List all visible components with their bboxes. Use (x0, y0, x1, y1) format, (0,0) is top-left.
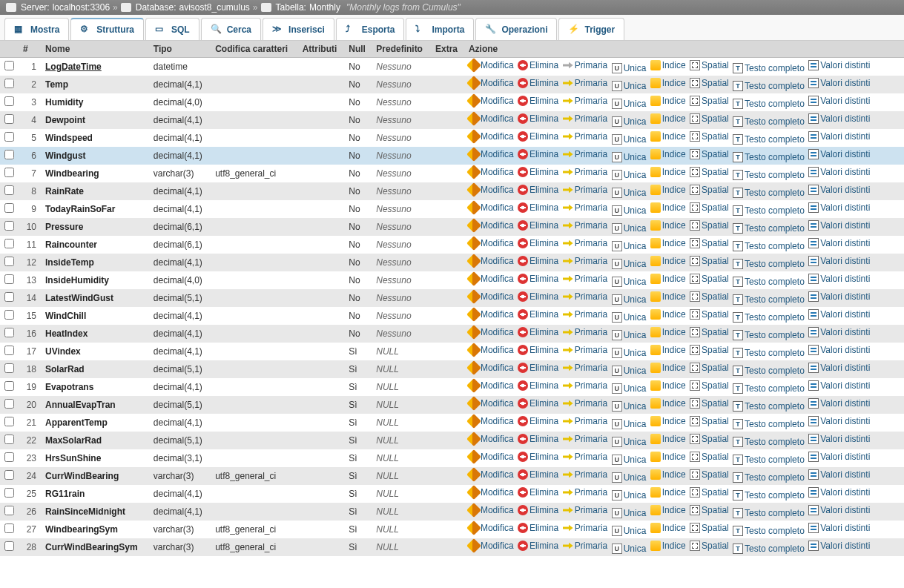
edit-action[interactable]: Modifica (469, 327, 514, 337)
spatial-action[interactable]: Spatial (690, 291, 729, 302)
primary-action[interactable]: Primaria (563, 523, 608, 533)
primary-action[interactable]: Primaria (563, 60, 608, 70)
edit-action[interactable]: Modifica (469, 469, 514, 480)
unique-action[interactable]: UUnica (612, 116, 647, 127)
col-name[interactable]: CurrWindBearingSym (41, 538, 149, 556)
row-checkbox[interactable] (4, 274, 14, 284)
distinct-action[interactable]: Valori distinti (808, 541, 870, 551)
fulltext-action[interactable]: TTesto completo (733, 63, 805, 73)
distinct-action[interactable]: Valori distinti (808, 327, 870, 337)
fulltext-action[interactable]: TTesto completo (733, 472, 805, 483)
delete-action[interactable]: Elimina (518, 523, 558, 533)
fulltext-action[interactable]: TTesto completo (733, 366, 805, 376)
index-action[interactable]: Indice (650, 523, 686, 533)
spatial-action[interactable]: Spatial (690, 541, 729, 551)
primary-action[interactable]: Primaria (563, 505, 608, 515)
row-checkbox[interactable] (4, 523, 14, 533)
primary-action[interactable]: Primaria (563, 149, 608, 159)
primary-action[interactable]: Primaria (563, 202, 608, 213)
unique-action[interactable]: UUnica (612, 437, 647, 447)
index-action[interactable]: Indice (650, 131, 686, 142)
primary-action[interactable]: Primaria (563, 434, 608, 444)
primary-action[interactable]: Primaria (563, 327, 608, 337)
index-action[interactable]: Indice (650, 202, 686, 213)
unique-action[interactable]: UUnica (612, 188, 647, 198)
edit-action[interactable]: Modifica (469, 523, 514, 533)
row-checkbox[interactable] (4, 96, 14, 106)
distinct-action[interactable]: Valori distinti (808, 505, 870, 515)
row-checkbox[interactable] (4, 399, 14, 409)
unique-action[interactable]: UUnica (612, 526, 647, 536)
spatial-action[interactable]: Spatial (690, 202, 729, 213)
fulltext-action[interactable]: TTesto completo (733, 401, 805, 412)
fulltext-action[interactable]: TTesto completo (733, 241, 805, 251)
unique-action[interactable]: UUnica (612, 205, 647, 216)
edit-action[interactable]: Modifica (469, 202, 514, 213)
spatial-action[interactable]: Spatial (690, 434, 729, 444)
row-checkbox[interactable] (4, 363, 14, 373)
fulltext-action[interactable]: TTesto completo (733, 170, 805, 180)
col-name[interactable]: Windgust (41, 147, 149, 165)
fulltext-action[interactable]: TTesto completo (733, 455, 805, 465)
index-action[interactable]: Indice (650, 149, 686, 159)
row-checkbox[interactable] (4, 132, 14, 142)
spatial-action[interactable]: Spatial (690, 398, 729, 409)
row-checkbox[interactable] (4, 452, 14, 462)
primary-action[interactable]: Primaria (563, 78, 608, 88)
distinct-action[interactable]: Valori distinti (808, 256, 870, 266)
spatial-action[interactable]: Spatial (690, 487, 729, 498)
distinct-action[interactable]: Valori distinti (808, 523, 870, 533)
row-checkbox[interactable] (4, 257, 14, 266)
spatial-action[interactable]: Spatial (690, 309, 729, 320)
spatial-action[interactable]: Spatial (690, 149, 729, 159)
unique-action[interactable]: UUnica (612, 383, 647, 394)
edit-action[interactable]: Modifica (469, 185, 514, 195)
spatial-action[interactable]: Spatial (690, 327, 729, 337)
row-checkbox[interactable] (4, 488, 14, 498)
distinct-action[interactable]: Valori distinti (808, 220, 870, 231)
distinct-action[interactable]: Valori distinti (808, 274, 870, 284)
col-name[interactable]: AnnualEvapTran (41, 396, 149, 414)
index-action[interactable]: Indice (650, 291, 686, 302)
unique-action[interactable]: UUnica (612, 419, 647, 429)
unique-action[interactable]: UUnica (612, 348, 647, 358)
delete-action[interactable]: Elimina (518, 363, 558, 373)
col-name[interactable]: SolarRad (41, 360, 149, 378)
distinct-action[interactable]: Valori distinti (808, 452, 870, 462)
col-name[interactable]: Dewpoint (41, 111, 149, 129)
distinct-action[interactable]: Valori distinti (808, 487, 870, 498)
col-name[interactable]: ApparentTemp (41, 414, 149, 432)
header-extra[interactable]: Extra (431, 41, 464, 58)
edit-action[interactable]: Modifica (469, 238, 514, 248)
fulltext-action[interactable]: TTesto completo (733, 81, 805, 91)
tab-struttura[interactable]: ⚙Struttura (70, 18, 144, 40)
header-type[interactable]: Tipo (149, 41, 211, 58)
distinct-action[interactable]: Valori distinti (808, 309, 870, 320)
spatial-action[interactable]: Spatial (690, 345, 729, 355)
edit-action[interactable]: Modifica (469, 363, 514, 373)
fulltext-action[interactable]: TTesto completo (733, 188, 805, 198)
delete-action[interactable]: Elimina (518, 434, 558, 444)
unique-action[interactable]: UUnica (612, 241, 647, 251)
edit-action[interactable]: Modifica (469, 345, 514, 355)
primary-action[interactable]: Primaria (563, 363, 608, 373)
col-name[interactable]: InsideTemp (41, 254, 149, 271)
col-name[interactable]: HrsSunShine (41, 449, 149, 467)
row-checkbox[interactable] (4, 541, 14, 551)
tab-operazioni[interactable]: 🔧Operazioni (475, 18, 557, 40)
fulltext-action[interactable]: TTesto completo (733, 437, 805, 447)
col-name[interactable]: InsideHumidity (41, 271, 149, 289)
spatial-action[interactable]: Spatial (690, 60, 729, 70)
distinct-action[interactable]: Valori distinti (808, 398, 870, 409)
primary-action[interactable]: Primaria (563, 398, 608, 409)
unique-action[interactable]: UUnica (612, 63, 647, 73)
spatial-action[interactable]: Spatial (690, 220, 729, 231)
fulltext-action[interactable]: TTesto completo (733, 259, 805, 269)
distinct-action[interactable]: Valori distinti (808, 238, 870, 248)
primary-action[interactable]: Primaria (563, 487, 608, 498)
fulltext-action[interactable]: TTesto completo (733, 312, 805, 323)
delete-action[interactable]: Elimina (518, 202, 558, 213)
fulltext-action[interactable]: TTesto completo (733, 490, 805, 501)
row-checkbox[interactable] (4, 435, 14, 444)
tab-importa[interactable]: ⤵Importa (406, 18, 474, 40)
